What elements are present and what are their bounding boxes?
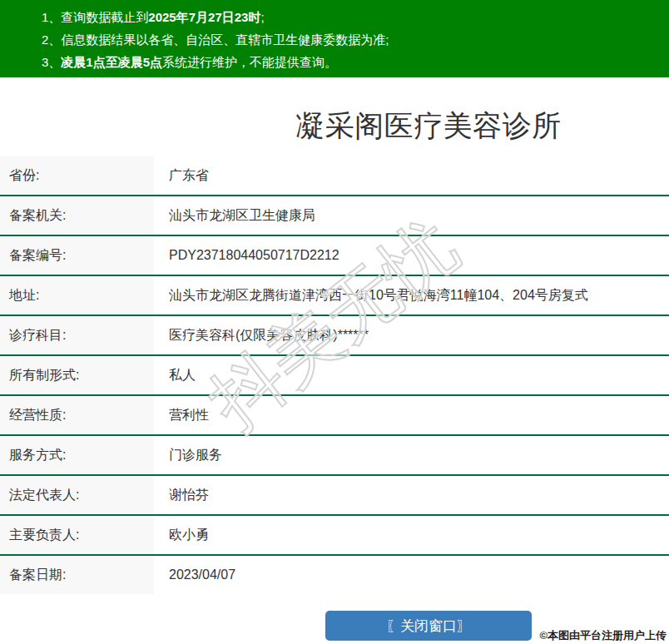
row-value: 汕头市龙湖区卫生健康局 <box>154 196 669 235</box>
close-window-button[interactable]: 〖关闭窗口〗 <box>325 611 532 641</box>
row-label: 诊疗科目: <box>0 316 154 354</box>
row-value: 汕头市龙湖区龙腾街道津湾西一街10号君悦海湾11幢104、204号房复式 <box>154 276 669 315</box>
table-row-filing-date: 备案日期: 2023/04/07 <box>0 556 669 594</box>
row-label: 法定代表人: <box>0 476 154 514</box>
notice-banner: 1、查询数据截止到2025年7月27日23时; 2、信息数据结果以各省、自治区、… <box>0 0 669 77</box>
row-value: 广东省 <box>154 156 669 195</box>
row-value: 欧小勇 <box>154 516 669 554</box>
table-row-filing-authority: 备案机关: 汕头市龙湖区卫生健康局 <box>0 196 669 236</box>
table-row-service-mode: 服务方式: 门诊服务 <box>0 436 669 476</box>
notice-line-2: 2、信息数据结果以各省、自治区、直辖市卫生健康委数据为准; <box>42 28 669 51</box>
table-row-address: 地址: 汕头市龙湖区龙腾街道津湾西一街10号君悦海湾11幢104、204号房复式 <box>0 276 669 316</box>
row-value: 营利性 <box>154 396 669 434</box>
row-label: 经营性质: <box>0 396 154 434</box>
row-label: 主要负责人: <box>0 516 154 554</box>
table-row-ownership-form: 所有制形式: 私人 <box>0 356 669 396</box>
row-label: 备案编号: <box>0 236 154 275</box>
record-detail-panel: 凝采阁医疗美容诊所 省份: 广东省 备案机关: 汕头市龙湖区卫生健康局 备案编号… <box>0 77 669 641</box>
notice-line-3: 3、凌晨1点至凌晨5点系统进行维护，不能提供查询。 <box>42 51 669 73</box>
row-value: 医疗美容科(仅限美容皮肤科)****** <box>154 316 669 354</box>
row-label: 地址: <box>0 276 154 315</box>
notice-text: ; <box>260 10 264 24</box>
row-label: 省份: <box>0 156 154 195</box>
record-table: 省份: 广东省 备案机关: 汕头市龙湖区卫生健康局 备案编号: PDY23718… <box>0 156 669 594</box>
notice-number: 2、 <box>42 32 61 47</box>
table-row-legal-representative: 法定代表人: 谢怡芬 <box>0 476 669 516</box>
notice-text: 系统进行维护，不能提供查询。 <box>162 55 337 69</box>
table-row-principal-person: 主要负责人: 欧小勇 <box>0 516 669 556</box>
table-row-medical-subjects: 诊疗科目: 医疗美容科(仅限美容皮肤科)****** <box>0 316 669 356</box>
notice-number: 1、 <box>42 10 61 24</box>
notice-number: 3、 <box>42 55 61 69</box>
row-value: PDY23718044050717D2212 <box>154 236 669 275</box>
row-label: 备案日期: <box>0 556 154 594</box>
row-value: 谢怡芬 <box>154 476 669 514</box>
row-value: 2023/04/07 <box>154 556 669 594</box>
row-value: 门诊服务 <box>154 436 669 474</box>
notice-text: 查询数据截止到 <box>61 10 148 24</box>
notice-line-1: 1、查询数据截止到2025年7月27日23时; <box>42 6 669 28</box>
notice-text: 信息数据结果以各省、自治区、直辖市卫生健康委数据为准; <box>61 32 389 47</box>
notice-text-bold: 凌晨1点至凌晨5点 <box>61 55 162 69</box>
copyright-watermark: ©本图由平台注册用户上传 <box>539 628 667 643</box>
table-row-filing-number: 备案编号: PDY23718044050717D2212 <box>0 236 669 276</box>
page-title: 凝采阁医疗美容诊所 <box>0 77 669 156</box>
row-label: 所有制形式: <box>0 356 154 394</box>
notice-text-bold: 2025年7月27日23时 <box>148 10 260 24</box>
row-label: 服务方式: <box>0 436 154 474</box>
table-row-province: 省份: 广东省 <box>0 156 669 196</box>
row-label: 备案机关: <box>0 196 154 235</box>
table-row-business-nature: 经营性质: 营利性 <box>0 396 669 436</box>
row-value: 私人 <box>154 356 669 394</box>
